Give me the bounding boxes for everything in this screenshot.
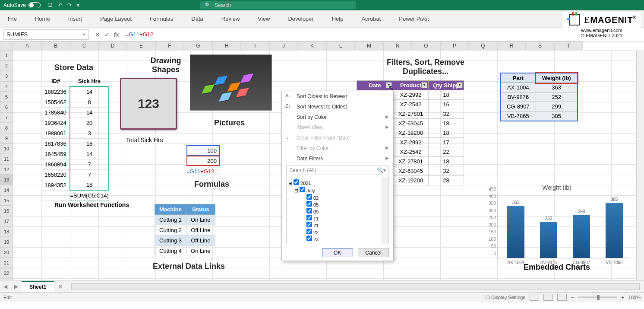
zoom-level[interactable]: 100% (628, 295, 641, 300)
tab-developer[interactable]: Developer (284, 13, 317, 25)
row-header-6[interactable]: 6 (0, 102, 13, 112)
tab-formulas[interactable]: Formulas (146, 13, 177, 25)
day-checkbox[interactable] (306, 229, 312, 234)
col-header-H[interactable]: H (212, 41, 241, 50)
row-header-16[interactable]: 16 (0, 206, 13, 216)
drawing-shape[interactable]: 123 (120, 78, 177, 130)
fx-icon[interactable]: fx (114, 31, 119, 38)
col-header-G[interactable]: G (184, 41, 212, 50)
tab-acrobat[interactable]: Acrobat (358, 13, 384, 25)
tab-insert[interactable]: Insert (65, 13, 86, 25)
new-sheet-button[interactable]: ⊕ (54, 284, 67, 290)
filter-tree[interactable]: ⊟ 2021 ⊟ July 02050911212223 (286, 177, 389, 244)
row-header-19[interactable]: 19 (0, 237, 13, 247)
filter-dropdown-icon[interactable]: ▼ (457, 82, 463, 88)
row-header-21[interactable]: 21 (0, 258, 13, 268)
row-header-8[interactable]: 8 (0, 123, 13, 133)
row-header-17[interactable]: 17 (0, 216, 13, 226)
day-checkbox[interactable] (306, 194, 312, 200)
row-header-20[interactable]: 20 (0, 247, 13, 258)
col-header-Q[interactable]: Q (469, 41, 497, 50)
row-header-10[interactable]: 10 (0, 143, 13, 154)
row-header-4[interactable]: 4 (0, 81, 13, 92)
row-header-13[interactable]: 13 (0, 175, 13, 185)
col-product[interactable]: Product▼ (393, 81, 429, 90)
col-date[interactable]: Date▼ (357, 81, 393, 90)
row-header-12[interactable]: 12 (0, 164, 13, 175)
enter-icon[interactable]: ✓ (104, 31, 110, 38)
ok-button[interactable]: OK (322, 248, 353, 257)
formula-cell-g11[interactable]: 100 (186, 145, 220, 156)
qat-dropdown-icon[interactable]: ▾ (77, 2, 79, 8)
col-header-J[interactable]: J (269, 41, 298, 50)
autosave-toggle[interactable]: AutoSave (3, 2, 41, 8)
row-header-9[interactable]: 9 (0, 133, 13, 143)
col-header-S[interactable]: S (526, 41, 554, 50)
col-header-I[interactable]: I (241, 41, 269, 50)
formula-cell-g13[interactable]: =G11+G12 (186, 166, 220, 176)
tab-home[interactable]: Home (32, 13, 54, 25)
row-header-11[interactable]: 11 (0, 154, 13, 164)
redo-icon[interactable]: ↷ (67, 2, 72, 8)
sheet-cells[interactable]: Store Data ID#Sick Hrs 18822361415054628… (13, 50, 636, 280)
sheet-nav-next[interactable]: ▶ (11, 284, 22, 290)
month-checkbox[interactable] (300, 187, 305, 192)
menu-sort-desc[interactable]: Z↓Sort Newest to Oldest (282, 102, 393, 112)
tab-page-layout[interactable]: Page Layout (97, 13, 135, 25)
tab-review[interactable]: Review (218, 13, 243, 25)
col-header-O[interactable]: O (412, 41, 440, 50)
tab-view[interactable]: View (254, 13, 273, 25)
filter-search[interactable]: Search (All)🔍▾ (286, 166, 389, 175)
sheet-tab-sheet1[interactable]: Sheet1 (22, 281, 54, 292)
cancel-icon[interactable]: ✕ (95, 31, 100, 38)
tab-file[interactable]: File (4, 13, 20, 25)
embedded-picture[interactable] (190, 54, 272, 111)
row-header-2[interactable]: 2 (0, 61, 13, 71)
formula-cell-g12[interactable]: 200 (186, 156, 220, 166)
col-qty[interactable]: Qty Shipp▼ (429, 81, 464, 90)
col-header-F[interactable]: F (155, 41, 184, 50)
horizontal-scrollbar[interactable] (71, 283, 640, 290)
menu-date-filters[interactable]: Date Filters▶ (282, 153, 393, 164)
filter-dropdown-icon[interactable]: ▼ (421, 82, 427, 88)
page-layout-view-icon[interactable] (543, 294, 553, 301)
row-header-18[interactable]: 18 (0, 226, 13, 237)
tell-me-search[interactable]: 🔍 Search (200, 1, 356, 9)
day-checkbox[interactable] (306, 215, 312, 220)
vertical-scrollbar[interactable] (636, 50, 644, 280)
page-break-view-icon[interactable] (557, 294, 567, 301)
menu-sort-color[interactable]: Sort by Color▶ (282, 112, 393, 122)
row-header-7[interactable]: 7 (0, 112, 13, 123)
sheet-nav-prev[interactable]: ◀ (0, 284, 11, 290)
col-header-T[interactable]: T (554, 41, 583, 50)
undo-icon[interactable]: ↶ (58, 2, 62, 8)
row-header-5[interactable]: 5 (0, 92, 13, 102)
name-box[interactable]: SUMIFS ▼ (3, 29, 89, 40)
row-header-22[interactable]: 22 (0, 268, 13, 278)
day-checkbox[interactable] (306, 208, 312, 213)
row-header-15[interactable]: 15 (0, 195, 13, 206)
tree-scrollbar[interactable] (382, 177, 388, 244)
col-header-R[interactable]: R (497, 41, 526, 50)
col-header-A[interactable]: A (13, 41, 41, 50)
tab-power-pivot[interactable]: Power Pivot (395, 13, 432, 25)
filter-dropdown-icon[interactable]: ▼ (386, 82, 392, 88)
zoom-in-icon[interactable]: + (621, 295, 624, 300)
select-all-corner[interactable] (0, 41, 13, 50)
day-checkbox[interactable] (306, 222, 312, 227)
menu-sort-asc[interactable]: A↓Sort Oldest to Newest (282, 91, 393, 102)
tab-help[interactable]: Help (328, 13, 347, 25)
zoom-out-icon[interactable]: − (571, 295, 574, 300)
row-header-1[interactable]: 1 (0, 50, 13, 61)
row-header-3[interactable]: 3 (0, 71, 13, 81)
col-header-N[interactable]: N (383, 41, 412, 50)
zoom-slider[interactable] (578, 296, 617, 298)
col-header-E[interactable]: E (127, 41, 155, 50)
tab-data[interactable]: Data (188, 13, 206, 25)
col-header-P[interactable]: P (440, 41, 469, 50)
day-checkbox[interactable] (306, 236, 312, 241)
col-header-D[interactable]: D (98, 41, 127, 50)
embedded-chart[interactable]: Weight (lb) 0501001502002503003504004503… (483, 184, 630, 271)
col-header-K[interactable]: K (298, 41, 326, 50)
col-header-B[interactable]: B (41, 41, 70, 50)
